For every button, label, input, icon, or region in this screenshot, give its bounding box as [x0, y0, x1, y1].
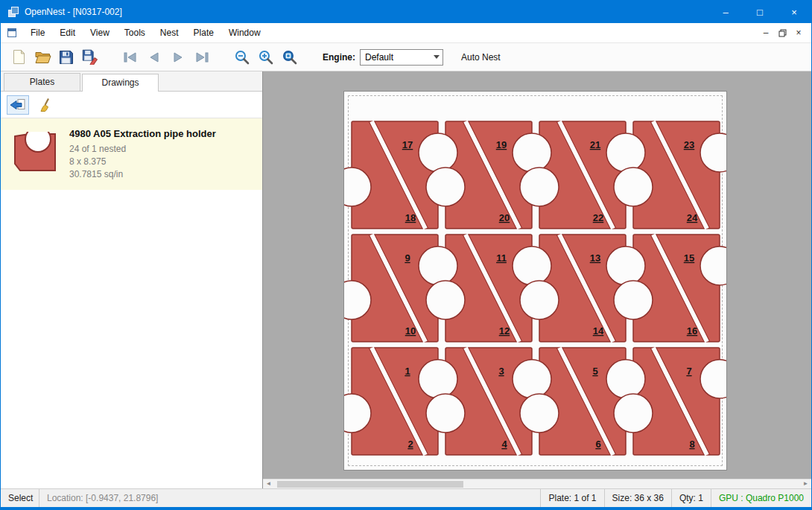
zoom-out-button[interactable] — [230, 46, 254, 68]
first-plate-button[interactable] — [118, 46, 142, 68]
zoom-toolbar-group — [230, 46, 302, 68]
app-icon — [7, 6, 19, 18]
save-as-icon — [82, 49, 98, 65]
svg-text:11: 11 — [496, 252, 507, 264]
part-thumbnail — [13, 132, 57, 176]
svg-text:2: 2 — [407, 439, 413, 450]
horizontal-scrollbar[interactable]: ◄ ► — [263, 479, 811, 488]
statusbar-spacer — [165, 489, 540, 507]
last-plate-button[interactable] — [190, 46, 214, 68]
zoom-out-icon — [234, 49, 250, 66]
menu-view[interactable]: View — [83, 23, 117, 42]
plate-parts[interactable]: 171819202122232491011121314151612345678 — [348, 118, 723, 461]
window-minimize-button[interactable]: – — [708, 1, 743, 23]
drawing-area: 30.7815 sq/in — [69, 168, 216, 181]
menubar: File Edit View Tools Nest Plate Window –… — [1, 23, 811, 43]
blue-arrow-page-icon — [10, 98, 26, 112]
svg-text:18: 18 — [405, 212, 416, 223]
svg-text:9: 9 — [405, 252, 410, 264]
scrollbar-thumb[interactable] — [277, 481, 463, 488]
svg-text:19: 19 — [496, 139, 507, 150]
auto-nest-button[interactable]: Auto Nest — [455, 48, 507, 66]
menu-edit[interactable]: Edit — [52, 23, 83, 42]
svg-text:7: 7 — [686, 366, 691, 377]
svg-text:8: 8 — [689, 439, 694, 450]
status-size: Size: 36 x 36 — [604, 489, 671, 507]
plate[interactable]: 171819202122232491011121314151612345678 — [343, 91, 727, 471]
svg-text:22: 22 — [593, 212, 603, 223]
svg-text:20: 20 — [499, 212, 510, 223]
status-gpu: GPU : Quadro P1000 — [711, 489, 811, 507]
scroll-right-icon[interactable]: ► — [800, 479, 811, 488]
chevron-down-icon — [434, 55, 440, 59]
scrollbar-track[interactable] — [274, 479, 800, 488]
sidebar: Plates Drawings — [1, 71, 262, 488]
svg-text:6: 6 — [595, 439, 600, 450]
window-close-button[interactable]: × — [777, 1, 811, 23]
toolbar: Engine: Default Auto Nest — [1, 43, 811, 71]
nav-toolbar-group — [118, 46, 214, 68]
drawing-title: 4980 A05 Extraction pipe holder — [69, 127, 216, 140]
menu-plate[interactable]: Plate — [186, 23, 221, 42]
zoom-fit-button[interactable] — [278, 46, 302, 68]
file-toolbar-group — [7, 46, 102, 68]
child-close-icon[interactable]: × — [790, 26, 807, 39]
window-title: OpenNest - [N0317-002] — [25, 7, 122, 17]
new-file-icon — [12, 49, 26, 65]
svg-text:21: 21 — [590, 139, 600, 150]
engine-dropdown-button[interactable] — [430, 50, 443, 65]
new-button[interactable] — [7, 46, 31, 68]
previous-icon — [146, 51, 162, 63]
svg-text:10: 10 — [405, 325, 416, 337]
menu-nest[interactable]: Nest — [153, 23, 186, 42]
window-controls: – □ × — [708, 1, 811, 23]
svg-text:12: 12 — [499, 325, 510, 337]
status-location: Location: [-0.9437, 21.8796] — [39, 489, 165, 507]
status-plate: Plate: 1 of 1 — [540, 489, 603, 507]
return-to-plate-button[interactable] — [7, 95, 29, 115]
tab-drawings[interactable]: Drawings — [82, 74, 159, 92]
next-icon — [170, 51, 186, 63]
save-icon — [59, 50, 74, 65]
previous-plate-button[interactable] — [142, 46, 166, 68]
clean-button[interactable] — [35, 95, 57, 115]
menu-file[interactable]: File — [23, 23, 52, 42]
document-icon[interactable] — [7, 28, 17, 38]
statusbar: Select Location: [-0.9437, 21.8796] Plat… — [1, 488, 811, 507]
next-plate-button[interactable] — [166, 46, 190, 68]
drawing-list-item[interactable]: 4980 A05 Extraction pipe holder 24 of 1 … — [1, 118, 262, 190]
svg-text:5: 5 — [592, 366, 597, 377]
zoom-in-button[interactable] — [254, 46, 278, 68]
svg-text:24: 24 — [687, 212, 698, 223]
content-area: Plates Drawings — [1, 71, 811, 488]
window-maximize-button[interactable]: □ — [743, 1, 777, 23]
child-window-controls: – × — [758, 26, 811, 39]
status-qty: Qty: 1 — [671, 489, 711, 507]
child-minimize-icon[interactable]: – — [758, 26, 774, 39]
child-restore-icon[interactable] — [774, 26, 790, 39]
svg-text:15: 15 — [684, 252, 694, 264]
titlebar: OpenNest - [N0317-002] – □ × — [1, 1, 811, 23]
svg-text:14: 14 — [593, 325, 604, 337]
open-button[interactable] — [31, 46, 54, 68]
svg-text:23: 23 — [684, 139, 694, 150]
nest-canvas[interactable]: 171819202122232491011121314151612345678 … — [262, 71, 811, 488]
app-window: OpenNest - [N0317-002] – □ × File Edit V… — [0, 0, 812, 510]
sidebar-tabs: Plates Drawings — [1, 71, 262, 92]
svg-text:4: 4 — [501, 439, 507, 450]
drawing-nested-count: 24 of 1 nested — [69, 143, 216, 156]
menu-window[interactable]: Window — [221, 23, 268, 42]
status-mode: Select — [1, 489, 39, 507]
scroll-left-icon[interactable]: ◄ — [263, 479, 274, 488]
tab-plates[interactable]: Plates — [4, 73, 80, 91]
drawing-dimensions: 8 x 8.375 — [69, 156, 216, 168]
menu-tools[interactable]: Tools — [117, 23, 153, 42]
engine-select[interactable]: Default — [360, 49, 443, 66]
broom-icon — [39, 98, 54, 112]
save-as-button[interactable] — [78, 46, 102, 68]
svg-text:3: 3 — [498, 366, 504, 377]
last-icon — [194, 51, 210, 63]
save-button[interactable] — [54, 46, 78, 68]
drawing-info: 4980 A05 Extraction pipe holder 24 of 1 … — [69, 127, 216, 181]
engine-label: Engine: — [323, 52, 355, 63]
